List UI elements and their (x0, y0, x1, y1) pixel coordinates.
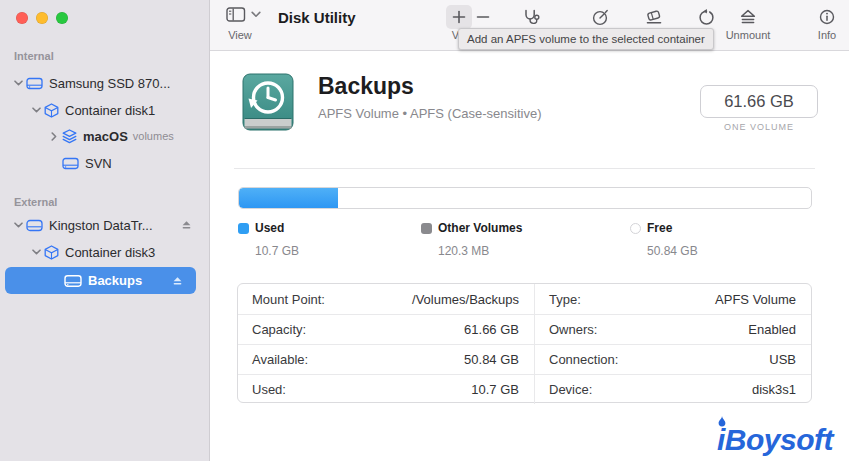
add-volume-tooltip: Add an APFS volume to the selected conta… (458, 28, 714, 50)
view-label: View (228, 29, 252, 41)
legend-label: Free (647, 221, 672, 235)
sidebar-item-suffix: volumes (133, 130, 174, 142)
other-volumes-swatch (421, 223, 432, 234)
sidebar-item-label: Container disk3 (65, 245, 155, 260)
plus-icon (452, 10, 466, 24)
erase-icon (645, 9, 663, 25)
sidebar-item-label: Container disk1 (65, 103, 155, 118)
restore-button[interactable] (693, 5, 719, 29)
remove-volume-button[interactable] (470, 5, 496, 29)
window-title: Disk Utility (278, 9, 356, 26)
details-right-column: Type:APFS Volume Owners:Enabled Connecti… (534, 284, 811, 404)
minimize-window-button[interactable] (36, 12, 48, 24)
eject-icon[interactable] (181, 220, 192, 230)
sidebar-item-label: Backups (88, 273, 142, 288)
volume-size-badge: 61.66 GB (700, 85, 818, 118)
legend-label: Other Volumes (438, 221, 522, 235)
minus-icon (476, 10, 490, 24)
time-machine-volume-icon (238, 72, 298, 136)
table-row: Capacity:61.66 GB (238, 314, 534, 344)
legend-value: 50.84 GB (647, 244, 698, 258)
unmount-button[interactable] (735, 5, 761, 29)
legend-other-volumes: Other Volumes 120.3 MB (421, 221, 522, 258)
internal-drive-icon (62, 157, 79, 170)
add-volume-button[interactable] (446, 5, 472, 29)
volume-subtitle: APFS Volume • APFS (Case-sensitive) (318, 106, 541, 121)
usage-bar (238, 187, 812, 209)
eject-icon[interactable] (172, 276, 183, 286)
info-button[interactable] (814, 5, 840, 29)
flame-icon (717, 416, 727, 427)
view-button[interactable] (226, 7, 261, 22)
table-row: Mount Point:/Volumes/Backups (238, 284, 534, 314)
sidebar-item-container-disk1[interactable]: Container disk1 (0, 97, 210, 123)
watermark-text: iBoysoft (717, 423, 833, 456)
sidebar: Internal Samsung SSD 870... Container di… (0, 0, 210, 461)
sidebar-section-internal: Internal (14, 50, 54, 62)
sidebar-item-container-disk3[interactable]: Container disk3 (0, 239, 210, 265)
sidebar-item-macos[interactable]: macOS volumes (0, 123, 210, 149)
chevron-down-icon[interactable] (10, 222, 26, 228)
drive-icon (64, 274, 82, 288)
partition-button[interactable] (587, 5, 613, 29)
chevron-down-icon[interactable] (28, 107, 44, 113)
table-row: Device:disk3s1 (535, 374, 811, 404)
window-controls (16, 12, 68, 24)
container-cube-icon (44, 245, 59, 260)
sidebar-item-kingston[interactable]: Kingston DataTr... (0, 212, 210, 238)
used-swatch (238, 223, 249, 234)
legend-label: Used (255, 221, 284, 235)
restore-icon (698, 9, 715, 26)
table-row: Available:50.84 GB (238, 344, 534, 374)
info-label: Info (818, 29, 836, 41)
free-swatch (630, 223, 641, 234)
unmount-label: Unmount (726, 29, 771, 41)
sidebar-item-backups-selected[interactable]: Backups (5, 267, 196, 294)
legend-used: Used 10.7 GB (238, 221, 299, 258)
legend-value: 120.3 MB (438, 244, 522, 258)
info-icon (819, 9, 835, 25)
close-window-button[interactable] (16, 12, 28, 24)
container-cube-icon (44, 103, 59, 118)
table-row: Used:10.7 GB (238, 374, 534, 404)
usage-bar-used (239, 188, 338, 208)
main-panel: Backups APFS Volume • APFS (Case-sensiti… (211, 51, 849, 461)
table-row: Type:APFS Volume (535, 284, 811, 314)
external-drive-icon (26, 219, 43, 232)
table-row: Connection:USB (535, 344, 811, 374)
chevron-down-icon[interactable] (28, 249, 44, 255)
sidebar-item-svn[interactable]: SVN (0, 150, 210, 176)
volume-title: Backups (318, 73, 414, 100)
legend-value: 10.7 GB (255, 244, 299, 258)
sidebar-item-label: macOS (83, 129, 128, 144)
sidebar-item-samsung-ssd[interactable]: Samsung SSD 870... (0, 70, 210, 96)
sidebar-section-external: External (14, 196, 57, 208)
details-left-column: Mount Point:/Volumes/Backups Capacity:61… (238, 284, 534, 404)
zoom-window-button[interactable] (56, 12, 68, 24)
volumes-stack-icon (62, 129, 77, 144)
partition-icon (592, 9, 609, 26)
sidebar-item-label: Samsung SSD 870... (49, 76, 170, 91)
chevron-right-icon[interactable] (46, 132, 62, 141)
chevron-down-icon (251, 11, 261, 18)
legend-free: Free 50.84 GB (630, 221, 698, 258)
sidebar-item-label: SVN (85, 156, 112, 171)
details-table: Mount Point:/Volumes/Backups Capacity:61… (237, 283, 812, 403)
table-row: Owners:Enabled (535, 314, 811, 344)
disk-utility-window: Internal Samsung SSD 870... Container di… (0, 0, 849, 461)
header-divider (234, 168, 815, 169)
volume-count-caption: ONE VOLUME (700, 122, 818, 132)
first-aid-icon (523, 9, 542, 26)
sidebar-item-label: Kingston DataTr... (49, 218, 153, 233)
toolbar: View Disk Utility Volume Unmount Info Ad (210, 0, 849, 51)
sidebar-view-icon (226, 7, 246, 22)
erase-button[interactable] (641, 5, 667, 29)
first-aid-button[interactable] (519, 5, 545, 29)
internal-drive-icon (26, 77, 43, 90)
chevron-down-icon[interactable] (10, 80, 26, 86)
iboysoft-watermark: iBoysoft (717, 423, 833, 457)
unmount-eject-icon (739, 9, 757, 25)
